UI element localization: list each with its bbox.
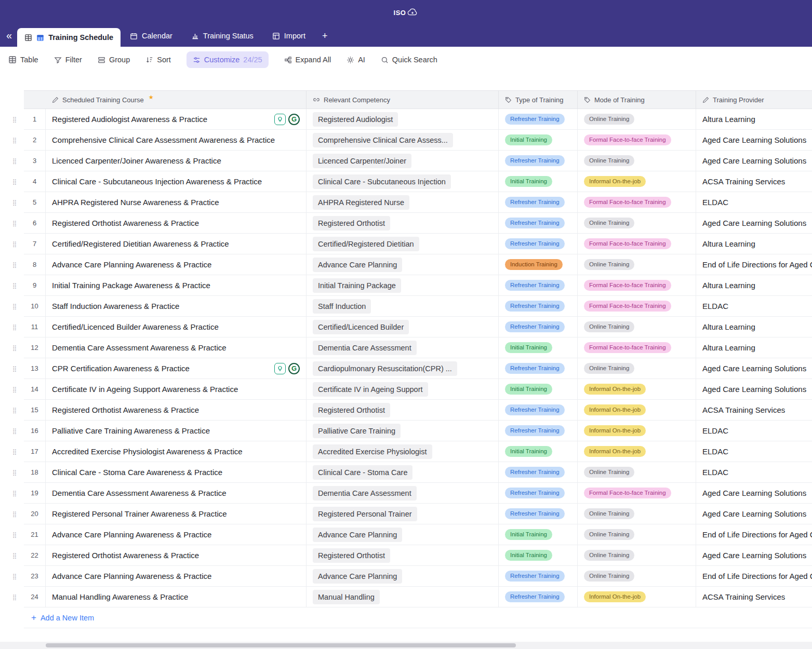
drag-handle-icon[interactable]: ⣿ (12, 594, 17, 600)
competency-cell[interactable]: Clinical Care - Stoma Care (307, 462, 499, 482)
column-header-training-provider[interactable]: Training Provider (696, 91, 812, 109)
row-number-cell[interactable]: 1 (24, 109, 46, 129)
type-of-training-cell[interactable]: Initial Training (499, 171, 578, 192)
competency-cell[interactable]: Registered Orthotist (307, 400, 499, 420)
mode-of-training-cell[interactable]: Online Training (578, 358, 696, 378)
mode-of-training-tag[interactable]: Formal Face-to-face Training (584, 238, 671, 250)
row-number-cell[interactable]: 8 (24, 254, 46, 275)
type-of-training-tag[interactable]: Initial Training (505, 176, 552, 187)
drag-handle-icon[interactable]: ⣿ (12, 469, 17, 475)
course-cell[interactable]: Palliative Care Training Awareness & Pra… (46, 421, 307, 441)
mode-of-training-cell[interactable]: Formal Face-to-face Training (578, 296, 696, 316)
drag-handle-icon[interactable]: ⣿ (12, 282, 17, 288)
drag-handle-icon[interactable]: ⣿ (12, 490, 17, 496)
competency-chip[interactable]: Manual Handling (313, 590, 380, 604)
row-number-cell[interactable]: 19 (24, 483, 46, 503)
mode-of-training-tag[interactable]: Formal Face-to-face Training (584, 197, 671, 208)
competency-cell[interactable]: Initial Training Package (307, 275, 499, 295)
competency-cell[interactable]: Comprehensive Clinical Care Assess... (307, 130, 499, 150)
table-row[interactable]: ⣿ 9 Initial Training Package Awareness &… (24, 275, 812, 296)
competency-chip[interactable]: Dementia Care Assessment (313, 486, 417, 501)
table-row[interactable]: ⣿ 8 Advance Care Planning Awareness & Pr… (24, 254, 812, 275)
row-number-cell[interactable]: 3 (24, 151, 46, 171)
table-row[interactable]: ⣿ 13 CPR Certification Awareness & Pract… (24, 358, 812, 379)
table-row[interactable]: ⣿ 7 Certified/Registered Dietitian Aware… (24, 234, 812, 254)
mode-of-training-tag[interactable]: Informal On-the-job (584, 425, 646, 437)
type-of-training-tag[interactable]: Refresher Training (505, 155, 565, 167)
training-provider-cell[interactable]: ELDAC (696, 441, 812, 462)
type-of-training-cell[interactable]: Initial Training (499, 545, 578, 565)
training-provider-cell[interactable]: Aged Care Learning Solutions (696, 130, 812, 150)
ai-button[interactable]: AI (347, 56, 365, 64)
drag-handle-icon[interactable]: ⣿ (12, 386, 17, 392)
competency-cell[interactable]: Licenced Carpenter/Joiner (307, 151, 499, 171)
mode-of-training-cell[interactable]: Online Training (578, 524, 696, 545)
type-of-training-tag[interactable]: Refresher Training (505, 591, 565, 603)
training-provider-cell[interactable]: Aged Care Learning Solutions (696, 483, 812, 503)
drag-handle-icon[interactable]: ⣿ (12, 428, 17, 434)
training-provider-cell[interactable]: ELDAC (696, 192, 812, 212)
horizontal-scrollbar-thumb[interactable] (46, 643, 516, 647)
table-row[interactable]: ⣿ 18 Clinical Care - Stoma Care Awarenes… (24, 462, 812, 483)
row-number-cell[interactable]: 21 (24, 524, 46, 545)
type-of-training-cell[interactable]: Initial Training (499, 130, 578, 150)
mode-of-training-cell[interactable]: Formal Face-to-face Training (578, 483, 696, 503)
table-row[interactable]: ⣿ 5 AHPRA Registered Nurse Awareness & P… (24, 192, 812, 213)
drag-handle-icon[interactable]: ⣿ (12, 137, 17, 143)
row-number-cell[interactable]: 14 (24, 379, 46, 399)
competency-cell[interactable]: Advance Care Planning (307, 566, 499, 586)
table-row[interactable]: ⣿ 16 Palliative Care Training Awareness … (24, 421, 812, 441)
row-number-cell[interactable]: 16 (24, 421, 46, 441)
course-cell[interactable]: Registered Audiologist Awareness & Pract… (46, 109, 307, 129)
row-number-cell[interactable]: 6 (24, 213, 46, 233)
training-provider-cell[interactable]: End of Life Directions for Aged Care (696, 524, 812, 545)
column-header-relevant-competency[interactable]: Relevant Competency (307, 91, 499, 109)
competency-cell[interactable]: Registered Personal Trainer (307, 504, 499, 524)
type-of-training-tag[interactable]: Initial Training (505, 446, 552, 457)
competency-cell[interactable]: Manual Handling (307, 587, 499, 607)
mode-of-training-cell[interactable]: Online Training (578, 213, 696, 233)
type-of-training-tag[interactable]: Refresher Training (505, 571, 565, 582)
mode-of-training-cell[interactable]: Formal Face-to-face Training (578, 234, 696, 254)
type-of-training-cell[interactable]: Refresher Training (499, 234, 578, 254)
course-cell[interactable]: Clinical Care - Stoma Care Awareness & P… (46, 462, 307, 482)
quick-search-button[interactable]: Quick Search (381, 56, 437, 64)
mode-of-training-tag[interactable]: Informal On-the-job (584, 176, 646, 187)
type-of-training-tag[interactable]: Refresher Training (505, 218, 565, 229)
competency-cell[interactable]: AHPRA Registered Nurse (307, 192, 499, 212)
course-cell[interactable]: AHPRA Registered Nurse Awareness & Pract… (46, 192, 307, 212)
course-cell[interactable]: Registered Personal Trainer Awareness & … (46, 504, 307, 524)
type-of-training-cell[interactable]: Refresher Training (499, 296, 578, 316)
course-cell[interactable]: Initial Training Package Awareness & Pra… (46, 275, 307, 295)
training-provider-cell[interactable]: Altura Learning (696, 337, 812, 358)
training-provider-cell[interactable]: Aged Care Learning Solutions (696, 213, 812, 233)
column-header-scheduled-training-course[interactable]: Scheduled Training Course ★ (46, 91, 307, 109)
competency-cell[interactable]: Advance Care Planning (307, 524, 499, 545)
competency-cell[interactable]: Cardiopulmonary Resuscitation(CPR) ... (307, 358, 499, 378)
competency-chip[interactable]: Cardiopulmonary Resuscitation(CPR) ... (313, 361, 457, 376)
mode-of-training-tag[interactable]: Online Training (584, 467, 634, 478)
competency-chip[interactable]: Clinical Care - Stoma Care (313, 465, 412, 480)
mode-of-training-tag[interactable]: Formal Face-to-face Training (584, 280, 671, 291)
row-number-cell[interactable]: 22 (24, 545, 46, 565)
type-of-training-tag[interactable]: Refresher Training (505, 114, 565, 125)
competency-chip[interactable]: Certified/Registered Dietitian (313, 237, 419, 251)
competency-cell[interactable]: Registered Orthotist (307, 545, 499, 565)
mode-of-training-tag[interactable]: Online Training (584, 321, 634, 333)
training-provider-cell[interactable]: ACSA Training Services (696, 171, 812, 192)
competency-chip[interactable]: Palliative Care Training (313, 424, 401, 438)
competency-chip[interactable]: Registered Orthotist (313, 548, 390, 563)
training-provider-cell[interactable]: End of Life Directions for Aged Care (696, 566, 812, 586)
competency-chip[interactable]: AHPRA Registered Nurse (313, 195, 409, 210)
mode-of-training-cell[interactable]: Informal On-the-job (578, 421, 696, 441)
mode-of-training-tag[interactable]: Online Training (584, 508, 634, 520)
row-number-cell[interactable]: 24 (24, 587, 46, 607)
mode-of-training-cell[interactable]: Formal Face-to-face Training (578, 130, 696, 150)
training-provider-cell[interactable]: ELDAC (696, 462, 812, 482)
drag-handle-icon[interactable]: ⣿ (12, 199, 17, 205)
training-provider-cell[interactable]: Aged Care Learning Solutions (696, 151, 812, 171)
table-row[interactable]: ⣿ 15 Registered Orthotist Awareness & Pr… (24, 400, 812, 421)
training-provider-cell[interactable]: Aged Care Learning Solutions (696, 545, 812, 565)
competency-chip[interactable]: Advance Care Planning (313, 258, 402, 272)
mode-of-training-tag[interactable]: Formal Face-to-face Training (584, 134, 671, 146)
